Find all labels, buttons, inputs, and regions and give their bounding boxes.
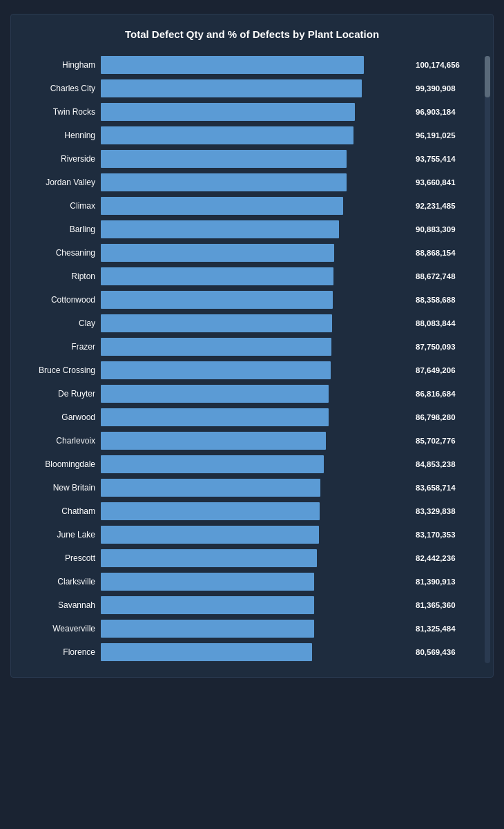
bar-track — [101, 338, 410, 356]
bar-track — [101, 220, 410, 238]
table-row: Florence80,569,436 — [18, 641, 472, 663]
bar-value: 93,755,414 — [410, 155, 472, 163]
bar-fill — [101, 314, 332, 332]
bar-fill — [101, 338, 331, 356]
bar-fill — [101, 549, 317, 567]
chart-title: Total Defect Qty and % of Defects by Pla… — [18, 28, 486, 40]
table-row: Climax92,231,485 — [18, 195, 472, 217]
bar-label: Bruce Crossing — [18, 365, 101, 375]
bar-value: 85,702,776 — [410, 437, 472, 445]
table-row: New Britain83,658,714 — [18, 477, 472, 499]
scrollbar-thumb[interactable] — [485, 56, 490, 97]
bar-track — [101, 432, 410, 450]
bar-label: Clay — [18, 318, 101, 328]
bar-value: 86,816,684 — [410, 390, 472, 398]
bar-fill — [101, 596, 314, 614]
bar-fill — [101, 526, 319, 544]
bar-fill — [101, 291, 333, 309]
table-row: Bruce Crossing87,649,206 — [18, 359, 472, 381]
table-row: Chatham83,329,838 — [18, 500, 472, 522]
table-row: Prescott82,442,236 — [18, 547, 472, 569]
bar-value: 83,170,353 — [410, 531, 472, 539]
table-row: Clarksville81,390,913 — [18, 571, 472, 593]
bar-label: De Ruyter — [18, 389, 101, 399]
scrollbar[interactable] — [485, 56, 490, 663]
bar-value: 84,853,238 — [410, 460, 472, 468]
bar-label: Weaverville — [18, 624, 101, 633]
table-row: Savannah81,365,360 — [18, 594, 472, 616]
bar-label: Hingham — [18, 60, 101, 70]
bar-fill — [101, 620, 314, 638]
bar-fill — [101, 220, 339, 238]
bar-fill — [101, 173, 347, 191]
bar-label: Savannah — [18, 600, 101, 610]
table-row: Barling90,883,309 — [18, 218, 472, 240]
chart-body: Hingham100,174,656Charles City99,390,908… — [18, 54, 486, 663]
bar-value: 81,365,360 — [410, 601, 472, 609]
bar-track — [101, 596, 410, 614]
bar-fill — [101, 643, 312, 661]
bar-track — [101, 56, 410, 74]
bar-value: 93,660,841 — [410, 178, 472, 187]
bar-track — [101, 479, 410, 497]
bar-label: Clarksville — [18, 577, 101, 587]
table-row: Charles City99,390,908 — [18, 77, 472, 99]
table-row: Henning96,191,025 — [18, 124, 472, 146]
bar-value: 86,798,280 — [410, 413, 472, 421]
bar-label: Charles City — [18, 84, 101, 93]
table-row: Weaverville81,325,484 — [18, 618, 472, 640]
bar-fill — [101, 126, 353, 144]
table-row: Ripton88,672,748 — [18, 265, 472, 287]
bar-value: 83,329,838 — [410, 507, 472, 515]
bar-value: 87,649,206 — [410, 366, 472, 374]
bar-label: Climax — [18, 201, 101, 211]
bar-track — [101, 573, 410, 591]
table-row: Bloomingdale84,853,238 — [18, 453, 472, 475]
bar-value: 88,358,688 — [410, 296, 472, 304]
bar-track — [101, 244, 410, 262]
bar-fill — [101, 56, 364, 74]
bar-value: 88,672,748 — [410, 272, 472, 280]
bar-label: Florence — [18, 647, 101, 657]
bar-track — [101, 126, 410, 144]
bar-label: Twin Rocks — [18, 107, 101, 117]
bar-value: 100,174,656 — [410, 61, 472, 69]
bar-fill — [101, 79, 362, 97]
table-row: June Lake83,170,353 — [18, 524, 472, 546]
bar-fill — [101, 385, 329, 403]
bar-track — [101, 385, 410, 403]
bar-label: Riverside — [18, 154, 101, 164]
bar-label: Cottonwood — [18, 295, 101, 305]
bar-label: Ripton — [18, 271, 101, 281]
bar-value: 81,325,484 — [410, 625, 472, 633]
bar-label: Garwood — [18, 412, 101, 422]
bar-value: 80,569,436 — [410, 648, 472, 656]
bar-value: 81,390,913 — [410, 578, 472, 586]
bar-track — [101, 150, 410, 168]
table-row: Riverside93,755,414 — [18, 148, 472, 170]
table-row: Jordan Valley93,660,841 — [18, 171, 472, 193]
bar-label: Bloomingdale — [18, 459, 101, 469]
bar-fill — [101, 244, 334, 262]
bar-fill — [101, 455, 324, 473]
bar-value: 88,083,844 — [410, 319, 472, 327]
bar-track — [101, 502, 410, 520]
bar-track — [101, 103, 410, 121]
bar-value: 99,390,908 — [410, 84, 472, 93]
table-row: Chesaning88,868,154 — [18, 242, 472, 264]
bar-track — [101, 79, 410, 97]
table-row: Clay88,083,844 — [18, 312, 472, 334]
bar-label: June Lake — [18, 530, 101, 540]
bar-fill — [101, 502, 320, 520]
table-row: Charlevoix85,702,776 — [18, 430, 472, 452]
bar-track — [101, 267, 410, 285]
bar-fill — [101, 103, 355, 121]
bar-label: Chatham — [18, 506, 101, 516]
bar-fill — [101, 432, 326, 450]
table-row: Twin Rocks96,903,184 — [18, 101, 472, 123]
bar-label: Barling — [18, 225, 101, 234]
bar-track — [101, 291, 410, 309]
bar-value: 87,750,093 — [410, 343, 472, 351]
bar-track — [101, 314, 410, 332]
bar-track — [101, 620, 410, 638]
